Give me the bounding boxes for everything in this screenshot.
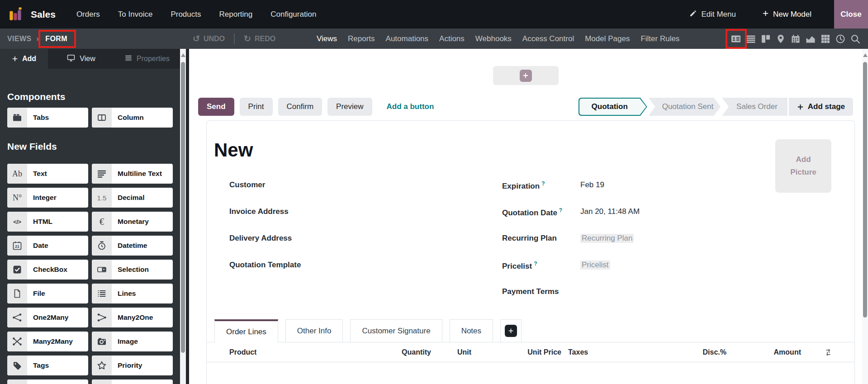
quotation-template-field-label[interactable]: Quotation Template: [229, 261, 301, 270]
sidebar-scrollbar-thumb[interactable]: [181, 62, 185, 353]
column-product[interactable]: Product: [229, 348, 377, 356]
field-card-date[interactable]: 21 Date: [7, 236, 88, 256]
sidebar-tab-properties[interactable]: Properties: [114, 49, 180, 69]
field-card-checkbox[interactable]: CheckBox: [7, 260, 88, 280]
print-button[interactable]: Print: [240, 98, 273, 116]
field-card-many2one[interactable]: Many2One: [92, 308, 173, 327]
tab-reports[interactable]: Reports: [348, 34, 375, 43]
sidebar-tab-view[interactable]: View: [48, 49, 114, 69]
component-card-tabs[interactable]: Tabs: [7, 108, 88, 128]
calendar-view-icon[interactable]: [790, 33, 801, 44]
expiration-field-label[interactable]: Expiration?: [502, 180, 580, 191]
column-discount[interactable]: Disc.%: [622, 348, 726, 356]
field-card-text[interactable]: Ab Text: [7, 164, 88, 184]
search-view-icon[interactable]: [850, 33, 861, 44]
column-taxes[interactable]: Taxes: [568, 348, 622, 356]
menu-configuration[interactable]: Configuration: [270, 10, 316, 19]
tab-webhooks[interactable]: Webhooks: [475, 34, 512, 43]
add-tab-button[interactable]: [500, 319, 522, 342]
add-stage-button[interactable]: Add stage: [789, 98, 853, 116]
tab-model-pages[interactable]: Model Pages: [585, 34, 630, 43]
field-card-lines[interactable]: Lines: [92, 284, 173, 303]
confirm-button[interactable]: Confirm: [278, 98, 323, 116]
payment-terms-field-label[interactable]: Payment Terms: [502, 287, 580, 296]
quotation-date-field-label[interactable]: Quotation Date?: [502, 207, 580, 218]
optional-columns-icon[interactable]: [801, 348, 833, 357]
tab-other-info[interactable]: Other Info: [285, 319, 343, 342]
menu-to-invoice[interactable]: To Invoice: [118, 10, 153, 19]
app-name[interactable]: Sales: [31, 9, 56, 20]
record-title[interactable]: New: [214, 140, 854, 161]
add-a-button-link[interactable]: Add a button: [387, 102, 434, 111]
field-card-decimal[interactable]: 1.5 Decimal: [92, 188, 173, 208]
menu-reporting[interactable]: Reporting: [219, 10, 253, 19]
form-view-icon[interactable]: [730, 33, 741, 44]
add-widget-dropzone[interactable]: [493, 66, 559, 85]
tab-order-lines[interactable]: Order Lines: [214, 319, 278, 342]
field-card-partial[interactable]: [92, 379, 173, 384]
field-card-tags[interactable]: Tags: [7, 356, 88, 375]
scroll-up-arrow[interactable]: [863, 53, 868, 57]
quotation-date-field-value[interactable]: Jan 20, 11:48 AM: [580, 207, 640, 216]
tab-notes[interactable]: Notes: [450, 319, 493, 342]
recurring-plan-field-placeholder[interactable]: Recurring Plan: [580, 234, 634, 243]
close-button[interactable]: Close: [834, 0, 868, 28]
field-card-image[interactable]: Image: [92, 332, 173, 351]
field-card-selection[interactable]: Selection: [92, 260, 173, 280]
delivery-address-field-label[interactable]: Delivery Address: [229, 234, 292, 243]
field-card-label: Text: [27, 170, 47, 178]
field-card-many2many[interactable]: Many2Many: [7, 332, 88, 351]
component-card-column[interactable]: Column: [92, 108, 173, 128]
field-card-html[interactable]: </> HTML: [7, 212, 88, 232]
kanban-view-icon[interactable]: [760, 33, 771, 44]
tab-filter-rules[interactable]: Filter Rules: [640, 34, 679, 43]
scroll-up-arrow[interactable]: [181, 53, 185, 57]
odoo-app-logo-icon[interactable]: [7, 6, 24, 23]
tab-automations[interactable]: Automations: [386, 34, 429, 43]
tab-views[interactable]: Views: [317, 34, 337, 43]
column-amount[interactable]: Amount: [726, 348, 801, 356]
field-card-integer[interactable]: N° Integer: [7, 188, 88, 208]
customer-field-label[interactable]: Customer: [229, 180, 265, 190]
field-card-partial[interactable]: [7, 379, 88, 384]
column-unit-price[interactable]: Unit Price: [484, 348, 561, 356]
undo-button[interactable]: ↺ UNDO: [193, 34, 225, 43]
field-card-file[interactable]: File: [7, 284, 88, 303]
edit-menu-button[interactable]: Edit Menu: [689, 9, 736, 19]
sidebar-tab-add[interactable]: Add: [0, 49, 48, 69]
menu-products[interactable]: Products: [171, 10, 201, 19]
add-picture-box[interactable]: Add Picture: [775, 139, 831, 193]
menu-orders[interactable]: Orders: [76, 10, 100, 19]
preview-button[interactable]: Preview: [327, 98, 372, 116]
send-button[interactable]: Send: [198, 98, 234, 116]
field-card-multiline-text[interactable]: Multiline Text: [92, 164, 173, 184]
list-view-icon[interactable]: [745, 33, 756, 44]
pricelist-field-label[interactable]: Pricelist?: [502, 261, 580, 271]
breadcrumb-views[interactable]: VIEWS: [7, 35, 32, 43]
pivot-view-icon[interactable]: [820, 33, 831, 44]
field-card-one2many[interactable]: One2Many: [7, 308, 88, 327]
tab-access-control[interactable]: Access Control: [522, 34, 574, 43]
main-scrollbar-thumb[interactable]: [863, 62, 867, 318]
stage-quotation-sent[interactable]: Quotation Sent: [649, 98, 721, 116]
tab-actions[interactable]: Actions: [439, 34, 465, 43]
stage-quotation[interactable]: Quotation: [579, 98, 647, 116]
field-card-datetime[interactable]: Datetime: [92, 236, 173, 256]
invoice-address-field-label[interactable]: Invoice Address: [229, 207, 289, 216]
pricelist-field-placeholder[interactable]: Pricelist: [580, 261, 610, 270]
graph-view-icon[interactable]: [805, 33, 816, 44]
new-model-button[interactable]: New Model: [762, 10, 811, 19]
field-card-priority[interactable]: Priority: [92, 356, 173, 375]
stage-sales-order[interactable]: Sales Order: [722, 98, 787, 116]
field-card-monetary[interactable]: € Monetary: [92, 212, 173, 232]
field-card-label: Image: [112, 337, 138, 346]
activity-view-icon[interactable]: [835, 33, 846, 44]
expiration-field-value[interactable]: Feb 19: [580, 180, 604, 190]
column-unit[interactable]: Unit: [457, 348, 484, 356]
breadcrumb-form[interactable]: FORM: [44, 34, 69, 43]
column-quantity[interactable]: Quantity: [377, 348, 431, 356]
map-view-icon[interactable]: [775, 33, 786, 44]
redo-button[interactable]: ↻ REDO: [244, 34, 275, 43]
recurring-plan-field-label[interactable]: Recurring Plan: [502, 234, 580, 243]
tab-customer-signature[interactable]: Customer Signature: [350, 319, 442, 342]
